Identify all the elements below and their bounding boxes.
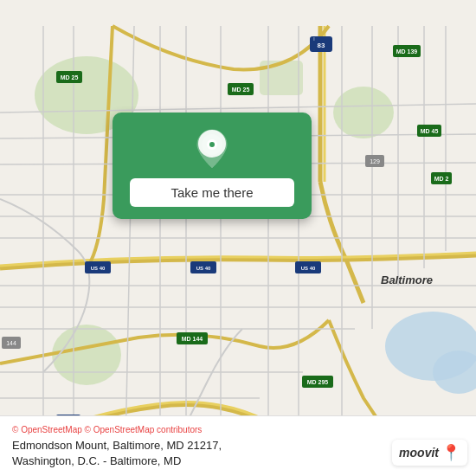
svg-text:83: 83 [318, 42, 325, 49]
svg-text:US 40: US 40 [196, 266, 211, 271]
svg-text:US 40: US 40 [91, 266, 106, 271]
copyright-symbol: © [12, 425, 18, 434]
svg-text:MD 295: MD 295 [307, 379, 329, 385]
svg-text:144: 144 [6, 340, 16, 346]
svg-text:I: I [313, 36, 314, 42]
location-card: Take me there [113, 113, 312, 219]
location-subtitle: Washington, D.C. - Baltimore, MD [12, 454, 181, 467]
moovit-brand-text: moovit [399, 446, 439, 460]
take-me-there-button[interactable]: Take me there [130, 178, 294, 207]
svg-text:Baltimore: Baltimore [381, 273, 433, 286]
svg-text:MD 2: MD 2 [434, 176, 449, 182]
map-pin-icon [195, 128, 229, 170]
svg-text:129: 129 [370, 158, 380, 164]
svg-text:MD 25: MD 25 [232, 87, 250, 93]
moovit-pin-icon: 📍 [441, 443, 460, 462]
moovit-logo: moovit 📍 [392, 440, 467, 466]
svg-text:MD 25: MD 25 [61, 74, 79, 80]
svg-text:US 40: US 40 [301, 266, 316, 271]
svg-text:MD 144: MD 144 [182, 336, 203, 342]
osm-brand: OpenStreetMap [21, 425, 82, 434]
map-roads: 83 I MD 139 MD 25 MD 25 MD 45 129 MD 2 U… [0, 0, 476, 476]
svg-point-4 [52, 325, 121, 385]
map-container: 83 I MD 139 MD 25 MD 25 MD 45 129 MD 2 U… [0, 0, 476, 476]
location-primary: Edmondson Mount, Baltimore, MD 21217, [12, 439, 222, 452]
svg-text:MD 139: MD 139 [396, 48, 418, 55]
map-attribution: © OpenStreetMap © OpenStreetMap contribu… [12, 425, 464, 434]
svg-point-71 [209, 142, 215, 147]
svg-text:MD 45: MD 45 [421, 128, 439, 134]
attribution-text: © OpenStreetMap contributors [85, 425, 203, 434]
